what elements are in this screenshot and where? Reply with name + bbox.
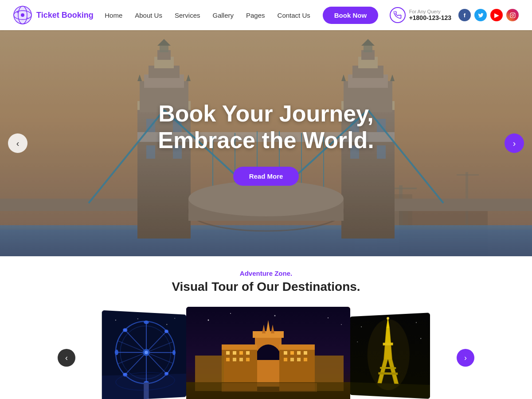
svg-point-5 xyxy=(27,17,28,19)
logo-icon xyxy=(13,6,32,24)
hero-content: Book Your Journey, Embrace the World. Re… xyxy=(158,101,374,186)
svg-rect-107 xyxy=(246,351,250,355)
logo-text: Ticket Booking xyxy=(36,11,94,20)
svg-point-4 xyxy=(17,11,19,13)
nav-services[interactable]: Services xyxy=(175,12,200,19)
svg-rect-124 xyxy=(222,383,317,392)
svg-point-128 xyxy=(328,317,329,318)
svg-rect-117 xyxy=(290,358,294,361)
phone-icon xyxy=(390,7,406,23)
main-nav: Home About Us Services Gallery Pages Con… xyxy=(105,7,378,24)
svg-point-3 xyxy=(21,13,24,17)
read-more-button[interactable]: Read More xyxy=(233,167,299,186)
svg-rect-90 xyxy=(144,382,149,399)
hero-next-button[interactable]: › xyxy=(505,133,524,153)
svg-point-127 xyxy=(274,315,276,317)
social-icons: f ▶ xyxy=(458,9,519,21)
hero-title: Book Your Journey, Embrace the World. xyxy=(158,101,374,154)
header-right: For Any Query +1800-123-123 f ▶ xyxy=(390,7,519,23)
facebook-icon[interactable]: f xyxy=(458,9,471,21)
svg-rect-99 xyxy=(222,344,257,350)
london-eye-image xyxy=(102,310,187,399)
svg-rect-106 xyxy=(239,351,243,355)
svg-rect-115 xyxy=(304,351,307,355)
svg-rect-6 xyxy=(510,13,515,18)
svg-rect-114 xyxy=(297,351,301,355)
svg-rect-108 xyxy=(226,358,230,361)
logo[interactable]: Ticket Booking xyxy=(13,6,94,24)
contact-number: +1800-123-123 xyxy=(409,14,451,21)
destinations-section: Adventure Zone. Visual Tour of Our Desti… xyxy=(0,256,532,399)
instagram-icon[interactable] xyxy=(506,9,519,21)
gallery-next-button[interactable]: › xyxy=(457,349,474,367)
svg-rect-111 xyxy=(246,358,250,361)
svg-rect-105 xyxy=(233,351,236,355)
svg-rect-112 xyxy=(284,351,287,355)
svg-rect-118 xyxy=(297,358,301,361)
section-tag: Adventure Zone. xyxy=(0,270,532,277)
svg-point-129 xyxy=(341,324,342,325)
gallery-card-eiffel[interactable] xyxy=(350,313,430,399)
svg-rect-116 xyxy=(284,358,287,361)
nav-pages[interactable]: Pages xyxy=(246,12,265,19)
svg-point-125 xyxy=(208,320,209,321)
youtube-icon[interactable]: ▶ xyxy=(490,9,503,21)
twitter-icon[interactable] xyxy=(474,9,487,21)
svg-rect-101 xyxy=(279,344,315,350)
svg-rect-104 xyxy=(226,351,230,355)
nav-contact[interactable]: Contact Us xyxy=(278,12,310,19)
gallery-card-atlantis[interactable] xyxy=(186,307,350,399)
section-title: Visual Tour of Our Destinations. xyxy=(0,280,532,294)
svg-rect-109 xyxy=(233,358,236,361)
contact-area: For Any Query +1800-123-123 xyxy=(390,7,451,23)
nav-gallery[interactable]: Gallery xyxy=(212,12,234,19)
nav-home[interactable]: Home xyxy=(105,12,122,19)
gallery-track xyxy=(0,305,532,399)
svg-rect-119 xyxy=(304,358,307,361)
book-now-button[interactable]: Book Now xyxy=(323,7,378,24)
contact-text: For Any Query +1800-123-123 xyxy=(409,9,451,21)
header: Ticket Booking Home About Us Services Ga… xyxy=(0,0,532,30)
svg-rect-110 xyxy=(239,358,243,361)
svg-point-126 xyxy=(230,313,231,314)
gallery-prev-button[interactable]: ‹ xyxy=(58,349,75,367)
atlantis-image xyxy=(186,307,350,399)
svg-rect-113 xyxy=(290,351,294,355)
nav-about[interactable]: About Us xyxy=(135,12,162,19)
hero-prev-button[interactable]: ‹ xyxy=(8,133,27,153)
contact-label: For Any Query xyxy=(409,9,451,14)
gallery-carousel: ‹ xyxy=(0,305,532,399)
hero-section: ‹ Book Your Journey, Embrace the World. … xyxy=(0,30,532,256)
eiffel-image xyxy=(350,313,430,399)
gallery-card-london-eye[interactable] xyxy=(102,310,187,399)
